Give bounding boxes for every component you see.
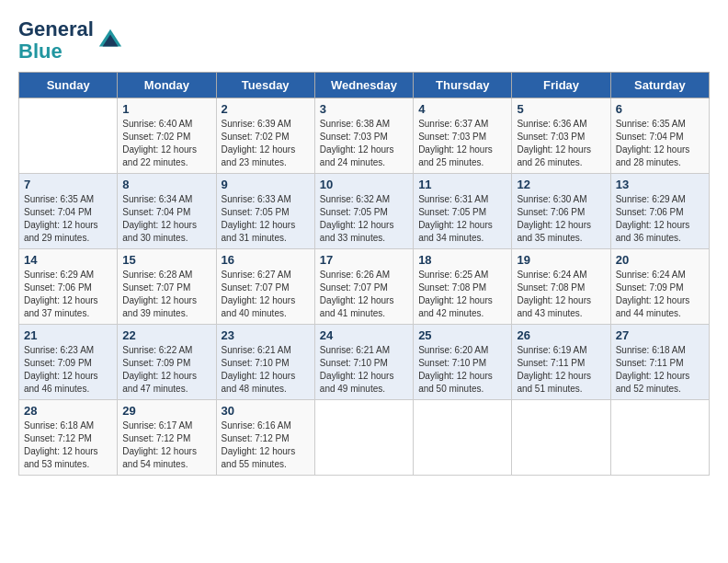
day-info: Sunrise: 6:29 AM Sunset: 7:06 PM Dayligh… xyxy=(616,193,704,245)
calendar-cell: 12Sunrise: 6:30 AM Sunset: 7:06 PM Dayli… xyxy=(512,174,610,249)
day-number: 10 xyxy=(320,178,408,191)
calendar-cell: 5Sunrise: 6:36 AM Sunset: 7:03 PM Daylig… xyxy=(512,98,610,174)
week-row-5: 28Sunrise: 6:18 AM Sunset: 7:12 PM Dayli… xyxy=(19,400,710,476)
week-row-1: 1Sunrise: 6:40 AM Sunset: 7:02 PM Daylig… xyxy=(19,98,710,174)
day-number: 12 xyxy=(517,178,605,191)
calendar-cell: 2Sunrise: 6:39 AM Sunset: 7:02 PM Daylig… xyxy=(216,98,314,174)
calendar-cell: 26Sunrise: 6:19 AM Sunset: 7:11 PM Dayli… xyxy=(512,325,610,400)
day-number: 7 xyxy=(24,178,112,191)
calendar-cell xyxy=(314,400,413,476)
day-info: Sunrise: 6:17 AM Sunset: 7:12 PM Dayligh… xyxy=(122,419,210,471)
calendar-cell: 18Sunrise: 6:25 AM Sunset: 7:08 PM Dayli… xyxy=(414,249,512,325)
calendar-cell: 6Sunrise: 6:35 AM Sunset: 7:04 PM Daylig… xyxy=(610,98,709,174)
calendar-cell: 30Sunrise: 6:16 AM Sunset: 7:12 PM Dayli… xyxy=(216,400,314,476)
day-header-tuesday: Tuesday xyxy=(216,73,314,98)
day-number: 14 xyxy=(24,253,112,267)
day-info: Sunrise: 6:25 AM Sunset: 7:08 PM Dayligh… xyxy=(418,269,506,320)
day-number: 15 xyxy=(122,253,210,267)
day-info: Sunrise: 6:35 AM Sunset: 7:04 PM Dayligh… xyxy=(616,118,704,169)
day-number: 13 xyxy=(616,178,704,191)
logo: GeneralBlue xyxy=(18,18,123,63)
day-number: 28 xyxy=(24,404,112,418)
day-header-thursday: Thursday xyxy=(414,73,512,98)
calendar-cell: 21Sunrise: 6:23 AM Sunset: 7:09 PM Dayli… xyxy=(19,325,118,400)
calendar-cell: 11Sunrise: 6:31 AM Sunset: 7:05 PM Dayli… xyxy=(414,174,512,249)
day-info: Sunrise: 6:40 AM Sunset: 7:02 PM Dayligh… xyxy=(122,118,210,169)
calendar-cell: 10Sunrise: 6:32 AM Sunset: 7:05 PM Dayli… xyxy=(314,174,413,249)
day-info: Sunrise: 6:30 AM Sunset: 7:06 PM Dayligh… xyxy=(517,193,605,245)
calendar-cell xyxy=(610,400,709,476)
day-info: Sunrise: 6:39 AM Sunset: 7:02 PM Dayligh… xyxy=(222,118,310,169)
day-number: 6 xyxy=(616,102,704,116)
day-number: 29 xyxy=(122,404,210,418)
day-number: 19 xyxy=(517,253,605,267)
day-number: 27 xyxy=(616,328,704,342)
day-number: 9 xyxy=(222,178,310,191)
calendar-cell xyxy=(19,98,118,174)
day-number: 23 xyxy=(222,328,310,342)
day-info: Sunrise: 6:38 AM Sunset: 7:03 PM Dayligh… xyxy=(320,118,408,169)
calendar-cell: 1Sunrise: 6:40 AM Sunset: 7:02 PM Daylig… xyxy=(118,98,216,174)
day-info: Sunrise: 6:24 AM Sunset: 7:08 PM Dayligh… xyxy=(517,269,605,320)
day-number: 26 xyxy=(517,328,605,342)
calendar-cell: 19Sunrise: 6:24 AM Sunset: 7:08 PM Dayli… xyxy=(512,249,610,325)
day-number: 22 xyxy=(122,328,210,342)
day-number: 5 xyxy=(517,102,605,116)
week-row-4: 21Sunrise: 6:23 AM Sunset: 7:09 PM Dayli… xyxy=(19,325,710,400)
day-info: Sunrise: 6:16 AM Sunset: 7:12 PM Dayligh… xyxy=(222,419,310,471)
day-info: Sunrise: 6:35 AM Sunset: 7:04 PM Dayligh… xyxy=(24,193,112,245)
day-info: Sunrise: 6:21 AM Sunset: 7:10 PM Dayligh… xyxy=(222,344,310,396)
day-info: Sunrise: 6:22 AM Sunset: 7:09 PM Dayligh… xyxy=(122,344,210,396)
day-number: 30 xyxy=(222,404,310,418)
day-info: Sunrise: 6:24 AM Sunset: 7:09 PM Dayligh… xyxy=(616,269,704,320)
day-info: Sunrise: 6:32 AM Sunset: 7:05 PM Dayligh… xyxy=(320,193,408,245)
day-info: Sunrise: 6:31 AM Sunset: 7:05 PM Dayligh… xyxy=(418,193,506,245)
calendar-cell xyxy=(414,400,512,476)
page-header: GeneralBlue xyxy=(18,18,710,63)
calendar-cell: 8Sunrise: 6:34 AM Sunset: 7:04 PM Daylig… xyxy=(118,174,216,249)
calendar-cell: 20Sunrise: 6:24 AM Sunset: 7:09 PM Dayli… xyxy=(610,249,709,325)
day-header-sunday: Sunday xyxy=(19,73,118,98)
calendar-cell: 17Sunrise: 6:26 AM Sunset: 7:07 PM Dayli… xyxy=(314,249,413,325)
day-number: 25 xyxy=(418,328,506,342)
calendar-cell: 14Sunrise: 6:29 AM Sunset: 7:06 PM Dayli… xyxy=(19,249,118,325)
calendar-cell: 3Sunrise: 6:38 AM Sunset: 7:03 PM Daylig… xyxy=(314,98,413,174)
calendar-table: SundayMondayTuesdayWednesdayThursdayFrid… xyxy=(18,72,710,476)
day-header-friday: Friday xyxy=(512,73,610,98)
day-info: Sunrise: 6:19 AM Sunset: 7:11 PM Dayligh… xyxy=(517,344,605,396)
calendar-cell: 7Sunrise: 6:35 AM Sunset: 7:04 PM Daylig… xyxy=(19,174,118,249)
logo-text: GeneralBlue xyxy=(18,18,94,63)
calendar-cell: 13Sunrise: 6:29 AM Sunset: 7:06 PM Dayli… xyxy=(610,174,709,249)
day-number: 3 xyxy=(320,102,408,116)
day-info: Sunrise: 6:29 AM Sunset: 7:06 PM Dayligh… xyxy=(24,269,112,320)
day-number: 20 xyxy=(616,253,704,267)
day-info: Sunrise: 6:18 AM Sunset: 7:12 PM Dayligh… xyxy=(24,419,112,471)
day-header-monday: Monday xyxy=(118,73,216,98)
day-header-row: SundayMondayTuesdayWednesdayThursdayFrid… xyxy=(19,73,710,98)
day-info: Sunrise: 6:34 AM Sunset: 7:04 PM Dayligh… xyxy=(122,193,210,245)
calendar-cell: 25Sunrise: 6:20 AM Sunset: 7:10 PM Dayli… xyxy=(414,325,512,400)
day-header-wednesday: Wednesday xyxy=(314,73,413,98)
day-number: 4 xyxy=(418,102,506,116)
day-info: Sunrise: 6:27 AM Sunset: 7:07 PM Dayligh… xyxy=(222,269,310,320)
day-info: Sunrise: 6:37 AM Sunset: 7:03 PM Dayligh… xyxy=(418,118,506,169)
calendar-cell: 23Sunrise: 6:21 AM Sunset: 7:10 PM Dayli… xyxy=(216,325,314,400)
day-info: Sunrise: 6:26 AM Sunset: 7:07 PM Dayligh… xyxy=(320,269,408,320)
calendar-cell: 24Sunrise: 6:21 AM Sunset: 7:10 PM Dayli… xyxy=(314,325,413,400)
day-number: 1 xyxy=(122,102,210,116)
day-info: Sunrise: 6:18 AM Sunset: 7:11 PM Dayligh… xyxy=(616,344,704,396)
calendar-cell: 28Sunrise: 6:18 AM Sunset: 7:12 PM Dayli… xyxy=(19,400,118,476)
calendar-cell: 27Sunrise: 6:18 AM Sunset: 7:11 PM Dayli… xyxy=(610,325,709,400)
calendar-cell: 22Sunrise: 6:22 AM Sunset: 7:09 PM Dayli… xyxy=(118,325,216,400)
day-info: Sunrise: 6:20 AM Sunset: 7:10 PM Dayligh… xyxy=(418,344,506,396)
day-number: 2 xyxy=(222,102,310,116)
calendar-cell: 29Sunrise: 6:17 AM Sunset: 7:12 PM Dayli… xyxy=(118,400,216,476)
day-info: Sunrise: 6:28 AM Sunset: 7:07 PM Dayligh… xyxy=(122,269,210,320)
day-number: 21 xyxy=(24,328,112,342)
day-info: Sunrise: 6:33 AM Sunset: 7:05 PM Dayligh… xyxy=(222,193,310,245)
day-info: Sunrise: 6:36 AM Sunset: 7:03 PM Dayligh… xyxy=(517,118,605,169)
day-header-saturday: Saturday xyxy=(610,73,709,98)
calendar-cell: 16Sunrise: 6:27 AM Sunset: 7:07 PM Dayli… xyxy=(216,249,314,325)
calendar-cell: 15Sunrise: 6:28 AM Sunset: 7:07 PM Dayli… xyxy=(118,249,216,325)
logo-icon xyxy=(97,28,123,53)
